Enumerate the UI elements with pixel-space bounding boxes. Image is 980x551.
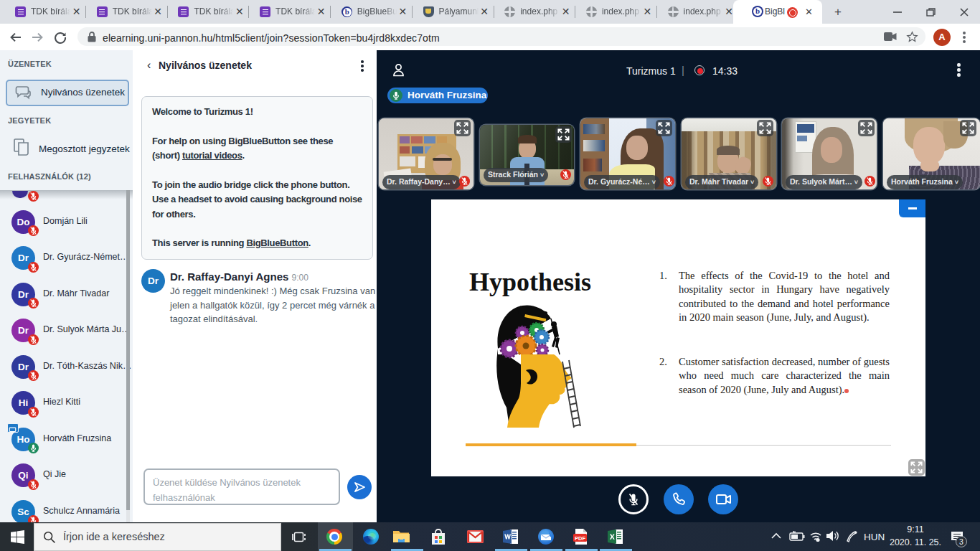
- svg-text:PDF: PDF: [575, 535, 585, 542]
